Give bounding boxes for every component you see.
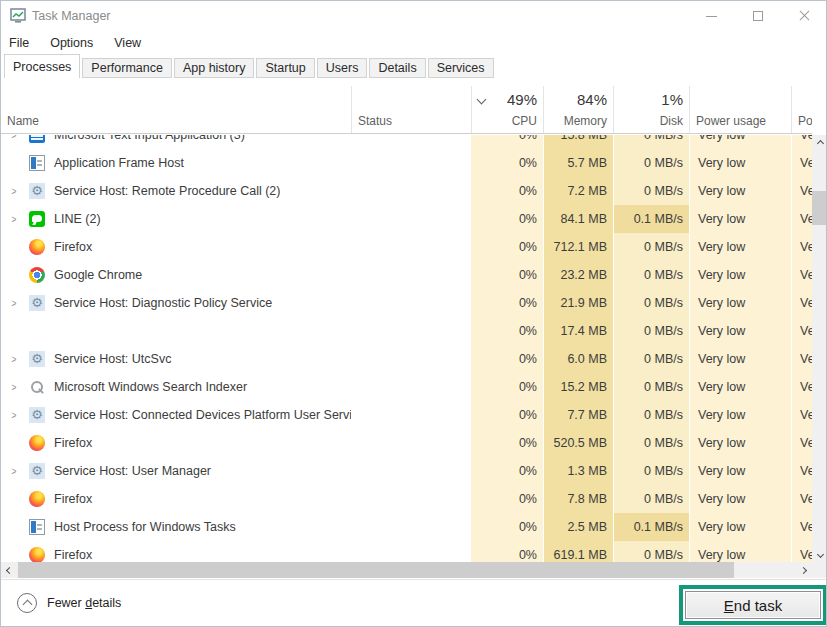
menu-file[interactable]: File <box>9 36 29 50</box>
menu-view[interactable]: View <box>114 36 141 50</box>
memory-total-percent: 84% <box>577 91 607 108</box>
expand-chevron-icon[interactable] <box>7 213 21 225</box>
expand-chevron-icon[interactable] <box>7 409 21 421</box>
disk-value: 0 MB/s <box>613 401 689 429</box>
tab-app-history[interactable]: App history <box>174 58 255 78</box>
cpu-value: 0% <box>471 429 543 457</box>
status-value <box>351 401 471 429</box>
table-row[interactable]: 0% 17.4 MB 0 MB/s Very low Ve <box>1 317 812 345</box>
column-header-memory[interactable]: 84% Memory <box>543 86 613 133</box>
expand-chevron-icon[interactable] <box>7 135 21 141</box>
disk-value: 0 MB/s <box>613 429 689 457</box>
scroll-left-button[interactable] <box>1 562 17 578</box>
expand-chevron-icon[interactable] <box>7 381 21 393</box>
power-usage-value: Very low <box>689 149 791 177</box>
window-icon <box>29 155 45 171</box>
status-value <box>351 177 471 205</box>
cpu-column-label: CPU <box>478 114 537 128</box>
end-task-button[interactable]: End task <box>685 591 821 619</box>
tab-services[interactable]: Services <box>428 58 494 78</box>
scroll-up-button[interactable] <box>812 135 827 151</box>
cpu-value: 0% <box>471 135 543 149</box>
table-row[interactable]: Firefox 0% 520.5 MB 0 MB/s Very low Ve <box>1 429 812 457</box>
table-row[interactable]: Service Host: Remote Procedure Call (2) … <box>1 177 812 205</box>
table-row[interactable]: Service Host: Diagnostic Policy Service … <box>1 289 812 317</box>
expand-chevron-icon[interactable] <box>7 297 21 309</box>
power-usage-value: Very low <box>689 401 791 429</box>
chevron-up-icon <box>816 139 823 146</box>
end-task-annotation-highlight: End task <box>679 585 827 625</box>
column-header-status[interactable]: Status <box>351 86 471 133</box>
memory-value: 5.7 MB <box>543 149 613 177</box>
close-icon <box>798 10 810 22</box>
vertical-scrollbar-thumb[interactable] <box>812 191 827 225</box>
memory-value: 712.1 MB <box>543 233 613 261</box>
title-bar: Task Manager <box>1 1 826 31</box>
status-value <box>351 289 471 317</box>
process-name: Service Host: User Manager <box>54 464 211 478</box>
column-header-cpu[interactable]: 49% CPU <box>471 86 543 133</box>
table-row[interactable]: Firefox 0% 7.8 MB 0 MB/s Very low Ve <box>1 485 812 513</box>
horizontal-scrollbar[interactable] <box>1 562 812 578</box>
process-name-cell: Google Chrome <box>1 261 351 289</box>
fewer-details-button[interactable]: Fewer details <box>17 593 121 613</box>
table-row[interactable]: Microsoft Text Input Application (3) 0% … <box>1 135 812 149</box>
table-row[interactable]: Firefox 0% 712.1 MB 0 MB/s Very low Ve <box>1 233 812 261</box>
horizontal-scrollbar-thumb[interactable] <box>18 562 734 578</box>
disk-value: 0 MB/s <box>613 177 689 205</box>
status-value <box>351 485 471 513</box>
table-row[interactable]: Google Chrome 0% 23.2 MB 0 MB/s Very low… <box>1 261 812 289</box>
column-header-disk[interactable]: 1% Disk <box>613 86 689 133</box>
process-name-cell: Service Host: UtcSvc <box>1 345 351 373</box>
power-usage-value: Very low <box>689 485 791 513</box>
table-row[interactable]: Service Host: UtcSvc 0% 6.0 MB 0 MB/s Ve… <box>1 345 812 373</box>
tab-processes[interactable]: Processes <box>4 54 80 78</box>
footer-bar: Fewer details End task <box>1 580 826 626</box>
table-row[interactable]: Application Frame Host 0% 5.7 MB 0 MB/s … <box>1 149 812 177</box>
name-column-label: Name <box>7 114 345 128</box>
maximize-button[interactable] <box>736 1 780 31</box>
close-button[interactable] <box>782 1 826 31</box>
vertical-scrollbar[interactable] <box>812 135 827 562</box>
table-row[interactable]: LINE (2) 0% 84.1 MB 0.1 MB/s Very low Ve <box>1 205 812 233</box>
power-trend-value: Ve <box>791 261 812 289</box>
table-row[interactable]: Host Process for Windows Tasks 0% 2.5 MB… <box>1 513 812 541</box>
process-name-cell: Application Frame Host <box>1 149 351 177</box>
tab-details[interactable]: Details <box>369 58 425 78</box>
expand-chevron-icon[interactable] <box>7 353 21 365</box>
column-header-power-usage-trend[interactable]: Powe <box>791 86 812 133</box>
cpu-value: 0% <box>471 289 543 317</box>
memory-value: 23.2 MB <box>543 261 613 289</box>
process-name: Firefox <box>54 548 92 562</box>
column-header-name[interactable]: Name <box>1 86 351 133</box>
tab-strip: ProcessesPerformanceApp historyStartupUs… <box>1 54 826 78</box>
menu-options[interactable]: Options <box>50 36 93 50</box>
cpu-value: 0% <box>471 457 543 485</box>
expand-chevron-icon[interactable] <box>7 465 21 477</box>
column-header-power-usage[interactable]: Power usage <box>689 86 791 133</box>
scroll-down-button[interactable] <box>812 546 827 562</box>
table-row[interactable]: Firefox 0% 619.1 MB 0 MB/s Very low Ve <box>1 541 812 562</box>
memory-value: 7.8 MB <box>543 485 613 513</box>
table-row[interactable]: Service Host: User Manager 0% 1.3 MB 0 M… <box>1 457 812 485</box>
minimize-button[interactable] <box>689 1 733 31</box>
gear-icon <box>29 407 45 423</box>
table-row[interactable]: Microsoft Windows Search Indexer 0% 15.2… <box>1 373 812 401</box>
window-icon <box>29 519 45 535</box>
memory-value: 7.2 MB <box>543 177 613 205</box>
power-trend-value: Ve <box>791 541 812 562</box>
power-trend-value: Ve <box>791 373 812 401</box>
tab-users[interactable]: Users <box>317 58 368 78</box>
tab-startup[interactable]: Startup <box>256 58 314 78</box>
minimize-icon <box>706 16 717 17</box>
process-name-cell: Microsoft Text Input Application (3) <box>1 135 351 149</box>
tab-performance[interactable]: Performance <box>82 58 172 78</box>
process-name-cell: LINE (2) <box>1 205 351 233</box>
scrollbar-corner <box>812 562 827 578</box>
expand-chevron-icon[interactable] <box>7 185 21 197</box>
scroll-right-button[interactable] <box>795 562 811 578</box>
power-usage-value: Very low <box>689 317 791 345</box>
table-row[interactable]: Service Host: Connected Devices Platform… <box>1 401 812 429</box>
memory-value: 21.9 MB <box>543 289 613 317</box>
cpu-value: 0% <box>471 541 543 562</box>
